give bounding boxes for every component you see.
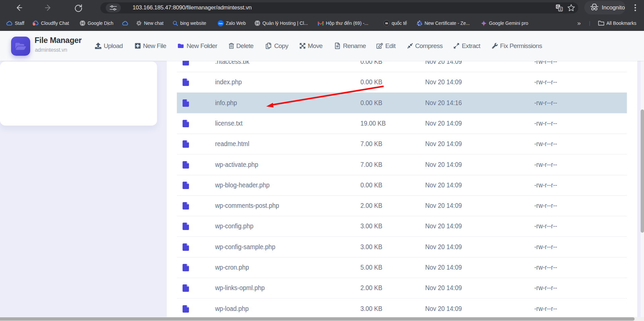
svg-text:文: 文 xyxy=(559,8,562,11)
svg-text:m: m xyxy=(385,21,388,25)
svg-text:Zalo: Zalo xyxy=(218,22,223,25)
svg-text:1: 1 xyxy=(33,23,35,26)
